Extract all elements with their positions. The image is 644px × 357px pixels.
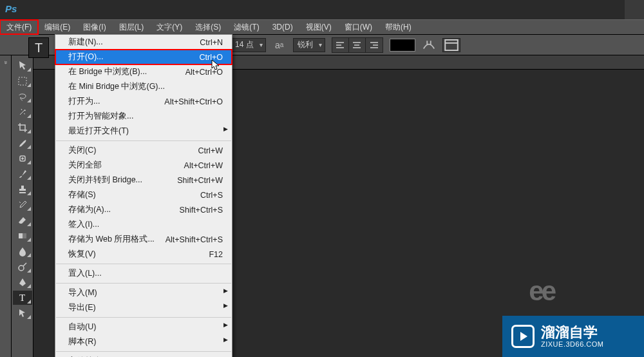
aa-icon: aa [272,38,287,52]
menu-item[interactable]: 关闭(C)Ctrl+W [55,143,232,158]
toolbox: T [12,55,33,357]
text-color-swatch[interactable] [390,39,415,52]
watermark-title: 溜溜自学 [541,325,603,340]
menu-item[interactable]: 在 Bridge 中浏览(B)...Alt+Ctrl+O [55,64,232,79]
menu-item[interactable]: 签入(I)... [55,217,232,232]
menu-edit[interactable]: 编辑(E) [38,20,77,34]
menu-item[interactable]: 打开为智能对象... [55,109,232,124]
svg-rect-1 [19,77,26,85]
menu-filter[interactable]: 滤镜(T) [227,20,265,34]
menu-item[interactable]: 恢复(V)F12 [55,247,232,262]
panels-toggle-icon[interactable] [442,38,460,52]
eraser-tool[interactable] [13,213,32,227]
menu-item[interactable]: 存储(S)Ctrl+S [55,188,232,202]
eyedropper-tool[interactable] [13,136,32,150]
heal-tool[interactable] [13,151,32,166]
svg-rect-0 [445,39,458,50]
svg-point-5 [19,265,24,271]
svg-rect-4 [19,233,23,238]
chevron-right-icon: » [2,61,8,64]
menu-separator [56,317,231,318]
menu-separator [56,140,231,141]
font-size-select[interactable]: 14 点 [231,38,266,52]
align-center-button[interactable] [349,38,366,52]
menu-item[interactable]: 文件简介(F)...Alt+Shift+Ctrl+I [55,354,232,357]
mouse-cursor-icon [211,59,220,71]
dodge-tool[interactable] [13,260,32,274]
menu-item[interactable]: 新建(N)...Ctrl+N [55,35,232,50]
title-bar: Ps [0,0,644,19]
history-brush-tool[interactable] [13,198,32,212]
menu-item[interactable]: 关闭全部Alt+Ctrl+W [55,158,232,173]
menu-type[interactable]: 文字(Y) [150,20,189,34]
menu-help[interactable]: 帮助(H) [379,20,418,34]
lasso-tool[interactable] [13,90,32,104]
menu-layer[interactable]: 图层(L) [113,20,151,34]
align-left-button[interactable] [332,38,349,52]
menu-item[interactable]: 打开为...Alt+Shift+Ctrl+O [55,94,232,109]
menu-image[interactable]: 图像(I) [77,20,112,34]
type-tool[interactable]: T [13,291,32,305]
align-right-button[interactable] [366,38,383,52]
decorative-watermark-icon: ee [529,276,554,307]
menu-item[interactable]: 脚本(R) [55,334,232,349]
menu-separator [56,283,231,284]
move-tool[interactable] [13,59,32,73]
menu-bar: 文件(F) 编辑(E) 图像(I) 图层(L) 文字(Y) 选择(S) 滤镜(T… [0,19,644,35]
crop-tool[interactable] [13,121,32,135]
gradient-tool[interactable] [13,229,32,243]
app-logo: Ps [5,3,24,16]
menu-item[interactable]: 导出(E) [55,300,232,315]
menu-item[interactable]: 最近打开文件(T) [55,124,232,139]
watermark-subtitle: ZIXUE.3D66.COM [541,340,603,348]
stamp-tool[interactable] [13,182,32,197]
antialias-select[interactable]: 锐利 [293,38,325,52]
menu-view[interactable]: 视图(V) [299,20,338,34]
wand-tool[interactable] [13,105,32,119]
menu-item[interactable]: 存储为(A)...Shift+Ctrl+S [55,202,232,217]
blur-tool[interactable] [13,244,32,258]
menu-window[interactable]: 窗口(W) [338,20,379,34]
menu-item[interactable]: 置入(L)... [55,266,232,281]
file-menu-dropdown: 新建(N)...Ctrl+N打开(O)...Ctrl+O在 Bridge 中浏览… [55,34,232,357]
text-align-group [332,37,383,53]
menu-item[interactable]: 打开(O)...Ctrl+O [55,50,232,64]
menu-item[interactable]: 在 Mini Bridge 中浏览(G)... [55,79,232,94]
menu-item[interactable]: 导入(M) [55,285,232,300]
menu-separator [56,264,231,264]
menu-select[interactable]: 选择(S) [189,20,227,34]
path-select-tool[interactable] [13,306,32,320]
dock-collapse-bar[interactable]: » [0,55,12,357]
warp-text-icon[interactable] [422,38,436,52]
menu-item[interactable]: 关闭并转到 Bridge...Shift+Ctrl+W [55,173,232,188]
marquee-tool[interactable] [13,74,32,88]
brush-tool[interactable] [13,167,32,181]
play-icon [511,325,535,348]
menu-item[interactable]: 存储为 Web 所用格式...Alt+Shift+Ctrl+S [55,232,232,247]
watermark-badge: 溜溜自学 ZIXUE.3D66.COM [502,316,644,357]
pen-tool[interactable] [13,275,32,289]
menu-separator [56,351,231,352]
menu-file[interactable]: 文件(F) [0,20,38,34]
menu-item[interactable]: 自动(U) [55,320,232,334]
tool-preset-type-icon[interactable]: T [28,37,49,58]
menu-3d[interactable]: 3D(D) [266,20,299,34]
